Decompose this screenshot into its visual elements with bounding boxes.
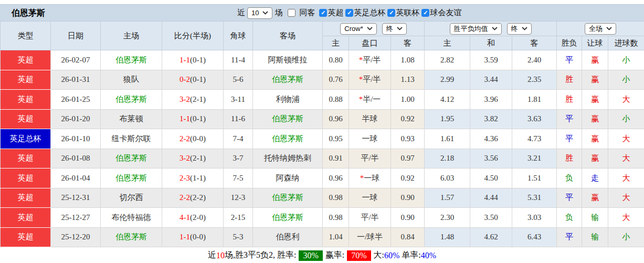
- match-result: 负: [557, 169, 582, 188]
- games-label: 场: [275, 8, 282, 18]
- match-type-badge: 英超: [1, 169, 51, 188]
- fulltime-score: 2-2: [180, 193, 190, 202]
- avg-away-odds: 1.51: [512, 169, 557, 188]
- halftime-score: (2-1): [190, 95, 206, 103]
- avg-time-value: 终: [511, 24, 518, 34]
- checkbox-icon[interactable]: ✓: [421, 9, 429, 17]
- odds-time-select[interactable]: 终: [382, 23, 407, 35]
- halftime-score: (2-2): [190, 193, 206, 202]
- halftime-score: (0-1): [190, 114, 206, 123]
- halftime-score: (1-1): [190, 174, 206, 182]
- match-row: 英超26-01-20布莱顿1-1(0-1)11-6伯恩茅斯0.96半球0.921…: [1, 109, 644, 129]
- away-odds: 0.90: [391, 208, 425, 228]
- home-odds: 0.98: [323, 188, 349, 208]
- over-rate-value: 60%: [384, 251, 399, 260]
- chevron-down-icon: [367, 27, 373, 30]
- summary-mid: 场,胜3平5负2, 胜率:: [225, 250, 296, 261]
- summary-count: 10: [216, 251, 225, 260]
- checkbox-icon[interactable]: ✓: [319, 9, 327, 17]
- avg-time-select[interactable]: 终: [507, 23, 532, 35]
- match-date: 26-01-04: [51, 169, 101, 188]
- page-title: 伯恩茅斯: [12, 7, 45, 18]
- league-filter-item[interactable]: ✓英足总杯: [344, 8, 385, 18]
- corner-count: 5-3: [224, 227, 253, 247]
- goals-total: 大: [608, 149, 644, 169]
- away-team: 伯恩茅斯: [253, 188, 323, 208]
- handicap-line: 一/球半: [349, 227, 391, 247]
- home-odds: 0.91: [323, 149, 349, 169]
- handicap-line: 一球: [349, 129, 391, 149]
- chevron-down-icon: [397, 27, 403, 30]
- match-type-badge: 英超: [1, 50, 51, 70]
- match-result: 平: [557, 129, 582, 149]
- goals-total: 小: [608, 227, 644, 247]
- avg-draw-odds: 4.36: [470, 129, 512, 149]
- home-team: 伯恩茅斯: [101, 149, 162, 169]
- avg-draw-odds: 3.50: [470, 208, 512, 228]
- match-type-badge: 英超: [1, 90, 51, 110]
- match-score: 1-1(0-1): [162, 50, 224, 70]
- avg-home-odds: 4.12: [425, 90, 470, 110]
- match-type-badge: 英超: [1, 208, 51, 228]
- match-score: 2-3(1-1): [162, 169, 224, 188]
- goals-total: 小: [608, 70, 644, 90]
- match-result: 胜: [557, 70, 582, 90]
- handicap-line: *一球: [349, 169, 391, 188]
- home-odds: 0.76: [323, 70, 349, 90]
- avg-draw-odds: 4.50: [470, 169, 512, 188]
- league-filters: ✓英超✓英足总杯✓英联杯✓球会友谊: [317, 8, 461, 18]
- handicap-line: 一球: [349, 188, 391, 208]
- subheader-result: 胜负: [557, 36, 582, 50]
- league-label: 英超: [328, 8, 343, 18]
- goals-total: 大: [608, 169, 644, 188]
- league-filter-item[interactable]: ✓球会友谊: [420, 8, 461, 18]
- avg-draw-odds: 3.56: [470, 149, 512, 169]
- away-team: 伯恩茅斯: [253, 109, 323, 129]
- same-away-checkbox[interactable]: [288, 9, 295, 17]
- handicap-line: 半球: [349, 109, 391, 129]
- subheader-odds-home: 主: [323, 36, 349, 50]
- checkbox-icon[interactable]: ✓: [387, 9, 395, 17]
- checkbox-icon[interactable]: ✓: [345, 9, 353, 17]
- corner-count: 11-6: [224, 109, 253, 129]
- match-score: 2-2(0-0): [162, 129, 224, 149]
- scope-select[interactable]: 全场: [585, 23, 616, 35]
- handicap-line: 平/半: [349, 149, 391, 169]
- recent-count-select[interactable]: 10: [247, 7, 272, 19]
- star-icon: *: [359, 95, 363, 103]
- away-odds: 0.93: [391, 129, 425, 149]
- table-header: 类型 日期 主场 比分(半场) 角球 客场 Crow* 终: [1, 22, 644, 50]
- match-type-badge: 英超: [1, 188, 51, 208]
- match-date: 25-12-27: [51, 208, 101, 228]
- match-row: 英超26-01-04伯恩茅斯2-3(1-1)7-5阿森纳0.96*一球0.926…: [1, 169, 644, 188]
- fulltime-score: 1-1: [180, 233, 190, 241]
- fulltime-score: 3-2: [180, 154, 190, 162]
- match-history-widget: 伯恩茅斯 近 10 场 同客 ✓英超✓英足总杯✓英联杯✓球会友谊 类型 日期 主: [0, 0, 644, 263]
- match-score: 3-2(2-1): [162, 90, 224, 110]
- handicap-result: 赢: [582, 109, 608, 129]
- league-filter-item[interactable]: ✓英联杯: [386, 8, 419, 18]
- goals-total: 小: [608, 50, 644, 70]
- goals-total: 大: [608, 90, 644, 110]
- avg-type-select[interactable]: 胜平负均值: [450, 23, 502, 35]
- column-header-type: 类型: [1, 22, 51, 50]
- fulltime-score: 0-2: [180, 75, 190, 83]
- star-icon: *: [360, 174, 364, 182]
- match-date: 26-01-25: [51, 90, 101, 110]
- home-odds: 0.96: [323, 169, 349, 188]
- halftime-score: (0-1): [190, 56, 206, 64]
- avg-home-odds: 1.57: [425, 188, 470, 208]
- chevron-down-icon: [492, 27, 498, 30]
- odds-source-value: Crow*: [344, 25, 363, 33]
- away-team: 托特纳姆热刺: [253, 149, 323, 169]
- home-team: 切尔西: [101, 188, 162, 208]
- summary-bar: 近10场,胜3平5负2, 胜率:30%赢率:70%大:60% 单率:40%: [0, 247, 644, 263]
- goals-total: 大: [608, 208, 644, 228]
- top-strip: [0, 0, 644, 4]
- match-row: 英超26-01-31狼队0-2(0-1)5-6伯恩茅斯0.76*平/半1.132…: [1, 70, 644, 90]
- match-date: 26-01-10: [51, 129, 101, 149]
- odds-source-select[interactable]: Crow*: [340, 23, 376, 35]
- league-filter-item[interactable]: ✓英超: [318, 8, 343, 18]
- match-result: 平: [557, 227, 582, 247]
- avg-away-odds: 3.63: [512, 109, 557, 129]
